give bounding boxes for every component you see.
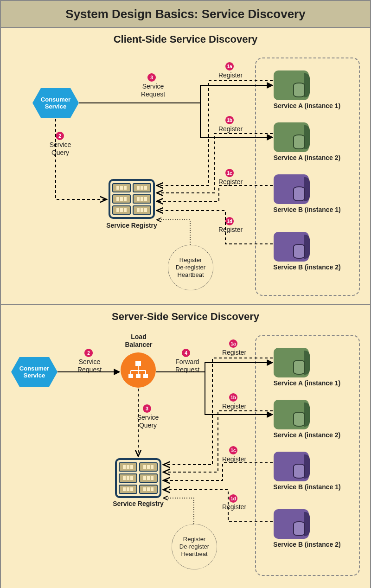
panel-heading: Client-Side Service Discovery <box>1 28 370 45</box>
service-b-2 <box>274 232 309 262</box>
badge-1a: 1a <box>225 62 234 70</box>
badge-1c: 1c <box>229 446 237 454</box>
service-a-1-label: Service A (instance 1) <box>261 102 353 110</box>
svg-rect-8 <box>143 374 148 378</box>
title-text: System Design Basics: Service Discovery <box>65 7 305 21</box>
registry-label: Service Registry <box>99 222 164 230</box>
badge-4: 4 <box>182 349 190 357</box>
service-b-2-label: Service B (instance 2) <box>261 263 353 271</box>
service-a-2-label: Service A (instance 2) <box>261 431 353 439</box>
badge-3: 3 <box>143 404 151 413</box>
badge-1a: 1a <box>229 339 237 348</box>
service-registry <box>109 179 155 219</box>
service-b-1-label: Service B (instance 1) <box>261 206 353 214</box>
label-1d: Register <box>217 226 244 234</box>
svg-rect-6 <box>128 374 133 378</box>
service-a-1 <box>274 348 309 377</box>
service-registry <box>115 458 161 498</box>
badge-1d: 1d <box>229 494 237 503</box>
panel-heading: Server-Side Service Discovery <box>1 305 370 323</box>
register-bubble: Register De-register Heartbeat <box>172 524 217 569</box>
svg-rect-7 <box>136 374 141 378</box>
consumer-service: Consumer Service <box>11 357 58 387</box>
badge-1d: 1d <box>225 217 234 225</box>
badge-1b: 1b <box>229 393 237 402</box>
service-a-2-label: Service A (instance 2) <box>261 154 353 162</box>
badge-3: 3 <box>147 73 156 82</box>
label-2: Service Request <box>73 358 106 374</box>
badge-2: 2 <box>84 349 93 357</box>
service-b-1 <box>274 452 309 481</box>
label-2: Service Query <box>45 141 75 157</box>
load-balancer-label: Load Balancer <box>118 333 160 349</box>
service-b-2-label: Service B (instance 2) <box>261 541 353 549</box>
label-3: Service Query <box>132 414 164 429</box>
register-bubble: Register De-register Heartbeat <box>168 245 213 290</box>
panel-client-side: Client-Side Service Discovery Consumer S… <box>0 27 371 305</box>
consumer-service: Consumer Service <box>32 88 79 118</box>
label-1c: Register <box>217 178 244 186</box>
label-1d: Register <box>221 503 248 511</box>
service-a-2 <box>274 122 309 152</box>
page-title: System Design Basics: Service Discovery <box>1 1 370 28</box>
badge-1c: 1c <box>225 169 234 177</box>
service-b-1 <box>274 174 309 204</box>
registry-label: Service Registry <box>106 500 171 508</box>
label-1c: Register <box>221 455 248 463</box>
svg-rect-0 <box>135 361 141 366</box>
service-a-2 <box>274 400 309 429</box>
label-1b: Register <box>217 125 244 133</box>
label-1a: Register <box>217 71 244 79</box>
service-b-1-label: Service B (instance 1) <box>261 483 353 491</box>
badge-1b: 1b <box>225 116 234 124</box>
label-3: Service Request <box>134 83 172 98</box>
label-1b: Register <box>221 403 248 410</box>
service-b-2 <box>274 509 309 539</box>
label-1a: Register <box>221 349 248 357</box>
service-a-1 <box>274 70 309 100</box>
badge-2: 2 <box>56 132 64 140</box>
label-4: Forward Request <box>170 358 205 374</box>
panel-server-side: Server-Side Service Discovery Consumer S… <box>0 304 371 588</box>
service-a-1-label: Service A (instance 1) <box>261 379 353 387</box>
load-balancer <box>121 352 156 388</box>
